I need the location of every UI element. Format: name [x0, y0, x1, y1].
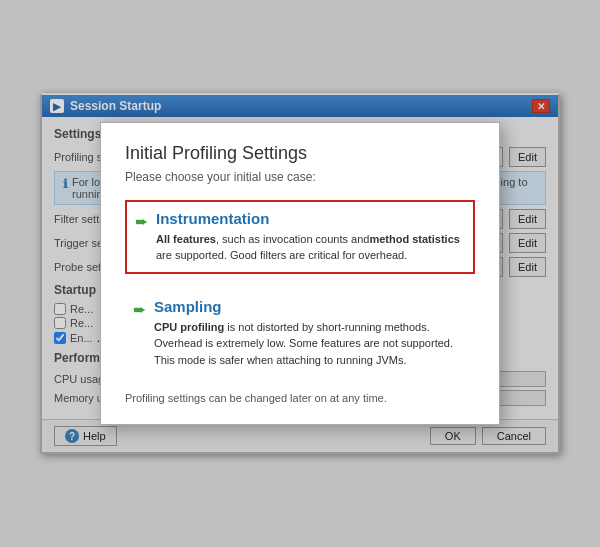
sampling-desc: CPU profiling is not distorted by short-…	[154, 319, 467, 369]
sampling-title: Sampling	[154, 298, 467, 315]
initial-profiling-modal: Initial Profiling Settings Please choose…	[100, 122, 500, 426]
modal-overlay: Initial Profiling Settings Please choose…	[42, 95, 558, 452]
instrumentation-desc-bold3: method statistics	[369, 233, 459, 245]
sampling-arrow-icon: ➨	[133, 300, 146, 319]
instrumentation-option[interactable]: ➨ Instrumentation All features, such as …	[125, 200, 475, 274]
modal-title: Initial Profiling Settings	[125, 143, 475, 164]
instrumentation-arrow-icon: ➨	[135, 212, 148, 231]
instrumentation-desc-text2: , such as invocation counts and	[216, 233, 369, 245]
sampling-desc-bold1: CPU profiling	[154, 321, 224, 333]
sampling-content: Sampling CPU profiling is not distorted …	[154, 298, 467, 369]
session-startup-window: ▶ Session Startup ✕ Settings Profiling s…	[40, 93, 560, 454]
sampling-option[interactable]: ➨ Sampling CPU profiling is not distorte…	[125, 290, 475, 377]
instrumentation-desc-text4: are supported. Good filters are critical…	[156, 249, 407, 261]
modal-subtitle: Please choose your initial use case:	[125, 170, 475, 184]
modal-footer-text: Profiling settings can be changed later …	[125, 392, 475, 404]
instrumentation-content: Instrumentation All features, such as in…	[156, 210, 465, 264]
instrumentation-desc: All features, such as invocation counts …	[156, 231, 465, 264]
instrumentation-desc-bold1: All features	[156, 233, 216, 245]
instrumentation-title: Instrumentation	[156, 210, 465, 227]
